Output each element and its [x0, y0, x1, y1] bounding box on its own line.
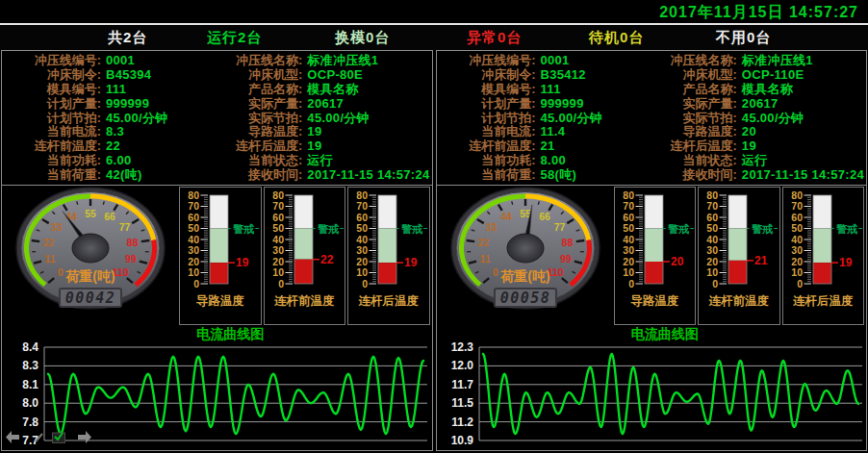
svg-text:50: 50: [706, 222, 718, 234]
info-label: 当前电流:: [439, 125, 536, 139]
info-row: 当前功耗:6.00: [4, 154, 205, 168]
meters-section: 0112233445566778899110荷重(吨)0005801020304…: [437, 186, 867, 326]
svg-text:荷重(吨): 荷重(吨): [499, 268, 549, 284]
thermometer-title: 连杆前温度: [699, 293, 779, 310]
svg-text:50: 50: [791, 222, 803, 234]
info-value: 19: [742, 139, 756, 154]
thermometer-title: 连杆后温度: [348, 293, 429, 310]
info-value: 45.00/分钟: [541, 112, 603, 126]
meters-section: 0112233445566778899110荷重(吨)0004201020304…: [2, 186, 432, 326]
thermometer-scale: 01020304050607080警戒19: [783, 188, 864, 293]
svg-text:11: 11: [479, 253, 490, 264]
status-item: 不用0台: [716, 29, 771, 47]
info-row: 产品名称:模具名称: [205, 83, 429, 97]
info-label: 计划产量:: [4, 97, 101, 112]
svg-text:99: 99: [560, 253, 572, 264]
svg-text:11.5: 11.5: [451, 396, 473, 410]
info-row: 实际产量:20617: [205, 97, 429, 112]
info-value: 0001: [541, 54, 570, 68]
svg-text:警戒: 警戒: [668, 223, 690, 235]
info-label: 实际产量:: [640, 97, 737, 112]
info-value: 19: [307, 125, 321, 139]
svg-text:40: 40: [623, 234, 634, 245]
info-value: 45.00/分钟: [307, 112, 370, 126]
info-label: 冲压线编号:: [4, 54, 101, 68]
svg-text:荷重(吨): 荷重(吨): [64, 268, 115, 284]
svg-text:警戒: 警戒: [318, 223, 340, 235]
info-row: 冲压线名称:标准冲压线1: [205, 54, 429, 68]
svg-text:80: 80: [623, 189, 634, 201]
status-item: 运行2台: [207, 29, 262, 47]
svg-text:19: 19: [236, 256, 249, 269]
svg-text:警戒: 警戒: [233, 223, 255, 235]
press-line-panel: 冲压线编号:0001冲床制令:B35412模具编号:111计划产量:999999…: [436, 50, 868, 451]
svg-text:警戒: 警戒: [836, 223, 858, 235]
gauge-wrap: 0112233445566778899110荷重(吨)00058: [439, 187, 612, 325]
info-column: 冲压线名称:标准冲压线1冲床机型:OCP-80E产品名称:模具名称实际产量:20…: [205, 54, 429, 183]
load-gauge: 0112233445566778899110荷重(吨)00058: [439, 187, 612, 325]
info-label: 冲压线名称:: [205, 54, 302, 68]
svg-text:44: 44: [500, 211, 512, 222]
svg-text:30: 30: [623, 244, 634, 256]
svg-text:10: 10: [706, 266, 718, 278]
svg-text:11: 11: [45, 253, 56, 264]
info-label: 计划产量:: [439, 97, 536, 112]
svg-text:50: 50: [623, 222, 634, 234]
info-label: 冲压线编号:: [439, 54, 536, 68]
svg-text:10.9: 10.9: [450, 434, 473, 447]
svg-text:70: 70: [356, 200, 368, 212]
info-row: 计划产量:999999: [439, 97, 640, 112]
svg-text:10: 10: [356, 266, 368, 278]
svg-text:60: 60: [272, 212, 284, 223]
chart-section: 电流曲线图8.48.38.18.07.87.7: [2, 326, 432, 450]
info-label: 连杆后温度:: [205, 139, 302, 154]
svg-text:99: 99: [125, 253, 137, 264]
info-value: 20617: [742, 97, 779, 112]
svg-text:10: 10: [791, 266, 803, 278]
status-item: 换模0台: [335, 29, 390, 47]
info-value: 8.00: [541, 154, 567, 168]
info-label: 当前荷重:: [4, 168, 101, 183]
thermometer-title: 导路温度: [615, 293, 696, 310]
scroll-right-icon[interactable]: [77, 430, 91, 447]
pencil-icon[interactable]: [35, 430, 44, 447]
info-label: 产品名称:: [640, 83, 737, 97]
svg-text:50: 50: [272, 222, 284, 234]
datetime-display: 2017年11月15日 14:57:27: [659, 3, 858, 23]
svg-text:0: 0: [278, 278, 284, 289]
info-row: 冲床机型:OCP-80E: [205, 68, 429, 83]
svg-text:30: 30: [706, 244, 718, 256]
svg-text:80: 80: [791, 189, 803, 201]
svg-text:40: 40: [188, 234, 199, 245]
info-row: 当前功耗:8.00: [439, 154, 640, 168]
current-curve-chart: 12.312.011.711.511.210.9: [437, 342, 867, 450]
info-row: 当前电流:11.4: [439, 125, 640, 139]
svg-text:30: 30: [356, 244, 368, 256]
thermometer-scale: 01020304050607080警戒19: [180, 188, 261, 293]
info-value: 6.00: [106, 154, 132, 168]
info-row: 冲压线编号:0001: [4, 54, 205, 68]
press-line-panel: 冲压线编号:0001冲床制令:B45394模具编号:111计划产量:999999…: [1, 50, 433, 451]
info-row: 实际节拍:45.00/分钟: [205, 112, 429, 126]
scroll-left-icon[interactable]: [6, 430, 20, 447]
info-row: 导路温度:19: [205, 125, 429, 139]
info-value: 8.3: [106, 125, 124, 139]
info-section: 冲压线编号:0001冲床制令:B45394模具编号:111计划产量:999999…: [2, 51, 432, 186]
svg-text:70: 70: [791, 200, 803, 212]
info-label: 导路温度:: [640, 125, 737, 139]
svg-text:33: 33: [51, 221, 63, 233]
thermometer: 01020304050607080警戒19导路温度: [179, 187, 262, 325]
svg-text:20: 20: [791, 256, 803, 267]
info-label: 接收时间:: [205, 168, 302, 183]
svg-text:60: 60: [188, 212, 199, 223]
thermometer: 01020304050607080警戒19连杆后温度: [347, 187, 430, 325]
thermometer: 01020304050607080警戒21连杆前温度: [698, 187, 780, 325]
svg-text:0: 0: [797, 278, 803, 289]
page-button[interactable]: [52, 430, 65, 447]
info-label: 模具编号:: [4, 83, 101, 97]
svg-text:0: 0: [712, 278, 718, 289]
info-label: 冲床制令:: [439, 68, 536, 83]
svg-text:30: 30: [272, 244, 284, 256]
status-item: 异常0台: [467, 29, 522, 47]
info-value: 999999: [541, 97, 584, 112]
